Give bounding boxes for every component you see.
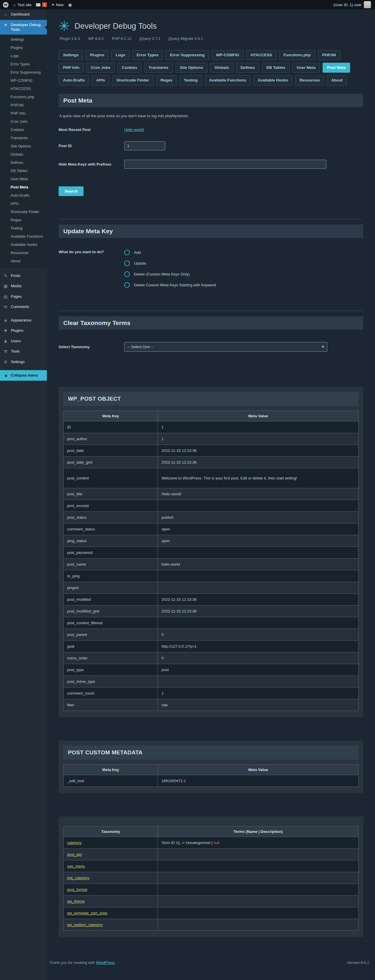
sidebar-submenu-item[interactable]: User Meta: [0, 175, 47, 183]
tab[interactable]: About: [327, 75, 347, 85]
sidebar-item[interactable]: Tools: [0, 347, 47, 357]
tab[interactable]: Regex: [156, 75, 177, 85]
site-name-link[interactable]: Test site: [13, 2, 31, 7]
tab[interactable]: User Meta: [292, 63, 320, 73]
tab[interactable]: Error Suppressing: [165, 50, 209, 60]
comments-adminbar-button[interactable]: 0: [36, 2, 47, 7]
sidebar-submenu-item[interactable]: Available Hooks: [0, 240, 47, 249]
sidebar-submenu-item[interactable]: PHP Info: [0, 109, 47, 118]
sidebar-submenu-item[interactable]: Available Functions: [0, 232, 47, 240]
tab[interactable]: Auto-Drafts: [59, 75, 89, 85]
sidebar-item[interactable]: Comments: [0, 302, 47, 312]
tab[interactable]: Testing: [180, 75, 202, 85]
tab[interactable]: PHP Info: [59, 63, 84, 73]
tab[interactable]: APIs: [92, 75, 109, 85]
taxonomy-link[interactable]: link_category: [67, 876, 90, 880]
radio-input[interactable]: [124, 261, 130, 266]
taxonomy-link[interactable]: category: [67, 840, 82, 845]
sidebar-item-debug-tools[interactable]: Developer Debug Tools: [0, 20, 47, 35]
tab[interactable]: DB Tables: [262, 63, 290, 73]
taxonomy-link[interactable]: nav_menu: [67, 864, 85, 869]
tab[interactable]: Transients: [144, 63, 173, 73]
sidebar-submenu-item[interactable]: APIs: [0, 200, 47, 208]
table-row: category Term ID #1 -> Uncategorized | n…: [64, 837, 359, 848]
tab[interactable]: HTACCESS: [246, 50, 276, 60]
most-recent-post-link[interactable]: Hello world!: [124, 127, 144, 132]
tab[interactable]: Cron Jobs: [86, 63, 115, 73]
post-id-input[interactable]: [124, 141, 165, 150]
sidebar-submenu-item[interactable]: Resources: [0, 249, 47, 257]
tab[interactable]: WP-CONFIG: [212, 50, 244, 60]
radio-input[interactable]: [124, 250, 130, 255]
taxonomy-link[interactable]: wp_theme: [67, 899, 85, 904]
sidebar-submenu-item[interactable]: Cookies: [0, 126, 47, 134]
tab[interactable]: Post Meta: [323, 63, 350, 73]
sidebar-submenu-item[interactable]: Settings: [0, 35, 47, 44]
tab[interactable]: Logs: [111, 50, 129, 60]
table-row: post_modified 2022-11-15 12:23:36: [64, 593, 359, 605]
tab[interactable]: Settings: [59, 50, 83, 60]
sidebar-submenu-item[interactable]: Regex: [0, 216, 47, 224]
sidebar-submenu-item[interactable]: WP-CONFIG: [0, 76, 47, 85]
sidebar-submenu-item[interactable]: HTACCESS: [0, 85, 47, 93]
radio-option[interactable]: Add: [124, 250, 216, 255]
term-id-link[interactable]: 1: [178, 840, 180, 845]
sidebar-submenu-item[interactable]: PHP.INI: [0, 101, 47, 109]
sidebar-item[interactable]: Media: [0, 281, 47, 291]
tab[interactable]: Plugins: [86, 50, 109, 60]
sidebar-submenu-item[interactable]: Cron Jobs: [0, 118, 47, 126]
tab[interactable]: Resources: [295, 75, 324, 85]
sidebar-submenu-item[interactable]: Testing: [0, 224, 47, 232]
user-menu[interactable]: (User ID: 1) user: [334, 1, 371, 8]
sidebar-submenu-item[interactable]: Plugins: [0, 44, 47, 52]
taxonomy-select[interactable]: -- Select One --: [124, 342, 327, 352]
wordpress-link[interactable]: WordPress: [96, 960, 115, 965]
sidebar-submenu-item[interactable]: Functions.php: [0, 93, 47, 101]
sidebar-submenu-item[interactable]: Globals: [0, 150, 47, 159]
debug-adminbar-button[interactable]: [68, 3, 72, 7]
taxonomy-link[interactable]: wp_pattern_category: [67, 923, 103, 927]
sidebar-submenu-item[interactable]: Shortcode Finder: [0, 208, 47, 216]
hide-prefix-input[interactable]: [124, 160, 326, 169]
sidebar-item[interactable]: Plugins: [0, 326, 47, 336]
taxonomy-link[interactable]: post_format: [67, 888, 87, 892]
sidebar-submenu-item[interactable]: Error Types: [0, 60, 47, 68]
sidebar-submenu-item[interactable]: Logs: [0, 52, 47, 60]
sidebar-submenu-item[interactable]: Transients: [0, 134, 47, 142]
sidebar-item[interactable]: Pages: [0, 291, 47, 302]
tab[interactable]: Defines: [236, 63, 259, 73]
tab[interactable]: Site Options: [175, 63, 208, 73]
tab[interactable]: PHP.INI: [318, 50, 340, 60]
radio-option[interactable]: Update: [124, 261, 216, 266]
sidebar-item[interactable]: Users: [0, 336, 47, 347]
sidebar-submenu-item[interactable]: Defines: [0, 159, 47, 167]
sidebar-item[interactable]: Appearance: [0, 315, 47, 326]
sidebar-submenu-item[interactable]: DB Tables: [0, 167, 47, 175]
sidebar-item[interactable]: Posts: [0, 271, 47, 282]
radio-input[interactable]: [124, 282, 130, 288]
sidebar-item-dashboard[interactable]: Dashboard: [0, 10, 47, 20]
sidebar-item[interactable]: Settings: [0, 357, 47, 368]
tab[interactable]: Available Functions: [205, 75, 251, 85]
table-row: post_author 1: [64, 433, 359, 445]
sidebar-submenu-item[interactable]: Auto-Drafts: [0, 191, 47, 200]
sidebar-submenu-item[interactable]: Error Suppressing: [0, 68, 47, 76]
sidebar-submenu-item[interactable]: About: [0, 257, 47, 265]
taxonomy-link[interactable]: wp_template_part_area: [67, 911, 107, 915]
search-button[interactable]: Search: [59, 186, 84, 196]
new-content-button[interactable]: New: [52, 2, 64, 7]
tab[interactable]: Error Types: [132, 50, 163, 60]
tab[interactable]: Functions.php: [279, 50, 315, 60]
taxonomy-link[interactable]: post_tag: [67, 852, 82, 857]
tab[interactable]: Globals: [210, 63, 234, 73]
radio-option[interactable]: Delete Custom Meta Keys Starting with Ke…: [124, 282, 216, 288]
sidebar-submenu-item[interactable]: Post Meta: [0, 183, 47, 191]
sidebar-submenu-item[interactable]: Site Options: [0, 142, 47, 150]
tab[interactable]: Cookies: [118, 63, 142, 73]
tab[interactable]: Available Hooks: [253, 75, 293, 85]
collapse-menu-button[interactable]: Collapse menu: [0, 370, 47, 381]
radio-option[interactable]: Delete (Custom Meta Keys Only): [124, 271, 216, 277]
wordpress-logo-icon[interactable]: W: [3, 2, 8, 8]
tab[interactable]: Shortcode Finder: [112, 75, 154, 85]
radio-input[interactable]: [124, 271, 130, 277]
